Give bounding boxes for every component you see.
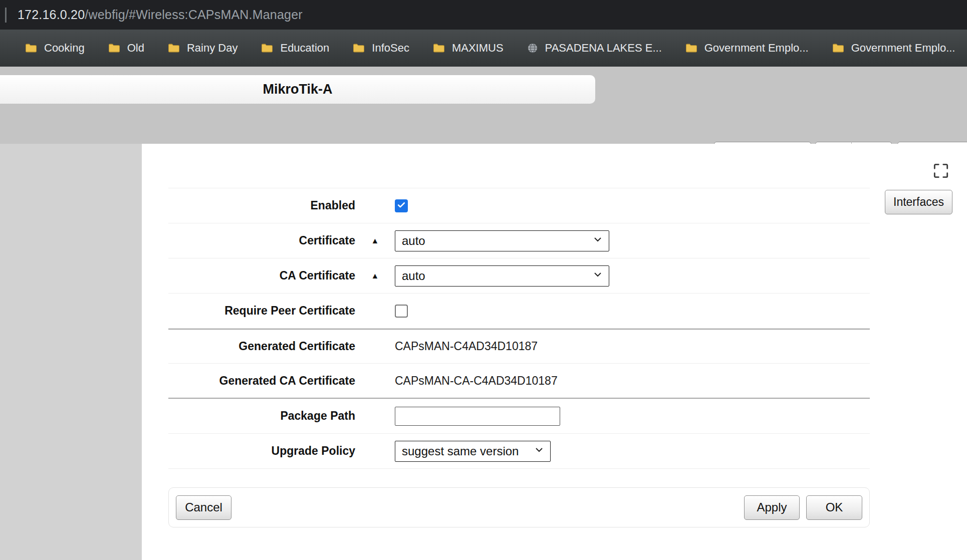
browser-topbar: 172.16.0.20/webfig/#Wireless:CAPsMAN.Man… <box>0 0 967 30</box>
ok-button[interactable]: OK <box>806 495 862 520</box>
cancel-button[interactable]: Cancel <box>176 495 231 520</box>
bookmark-item-rainy-day[interactable]: Rainy Day <box>156 42 249 55</box>
generated-certificate-label: Generated Certificate <box>168 340 355 353</box>
package-path-input[interactable] <box>395 407 560 426</box>
left-menu-column <box>0 144 142 560</box>
certificate-select[interactable]: auto <box>395 230 609 251</box>
enabled-label: Enabled <box>168 199 355 212</box>
address-path: /webfig/#Wireless:CAPsMAN.Manager <box>85 8 303 22</box>
address-host: 172.16.0.20 <box>18 8 85 22</box>
form-row-upgrade-policy: Upgrade Policy suggest same version <box>168 434 870 469</box>
bookmark-item-infosec[interactable]: InfoSec <box>341 42 421 55</box>
bookmarks-bar: Cooking Old Rainy Day Education InfoSec … <box>0 30 967 67</box>
capsman-manager-form: Enabled Certificate ▲ auto CA Certificat… <box>168 188 870 469</box>
folder-icon <box>108 43 121 54</box>
upgrade-policy-select-value: suggest same version <box>402 444 519 458</box>
form-row-generated-certificate: Generated Certificate CAPsMAN-C4AD34D101… <box>168 329 870 364</box>
chevron-down-icon <box>592 233 604 248</box>
bookmark-item-pasadena-lakes[interactable]: PASADENA LAKES E... <box>515 42 673 55</box>
bookmark-label: Rainy Day <box>187 42 237 55</box>
folder-icon <box>432 43 445 54</box>
bookmark-label: Education <box>280 42 329 55</box>
upgrade-policy-select[interactable]: suggest same version <box>395 441 551 462</box>
generated-ca-certificate-label: Generated CA Certificate <box>168 374 355 388</box>
form-row-package-path: Package Path <box>168 399 870 434</box>
bookmark-label: InfoSec <box>372 42 409 55</box>
interfaces-button[interactable]: Interfaces <box>885 190 952 214</box>
folder-icon <box>25 43 38 54</box>
certificate-label: Certificate <box>168 234 355 247</box>
form-action-bar: Cancel Apply OK <box>168 487 870 527</box>
address-bar[interactable]: 172.16.0.20/webfig/#Wireless:CAPsMAN.Man… <box>18 8 303 22</box>
router-identity-title: MikroTik-A <box>0 75 595 104</box>
form-row-require-peer-certificate: Require Peer Certificate <box>168 294 870 329</box>
cancel-label: Cancel <box>185 500 222 514</box>
ca-certificate-select-value: auto <box>402 269 425 283</box>
globe-icon <box>527 42 539 54</box>
ok-label: OK <box>826 500 843 514</box>
ca-certificate-label: CA Certificate <box>168 269 355 283</box>
form-row-certificate: Certificate ▲ auto <box>168 223 870 258</box>
generated-certificate-value: CAPsMAN-C4AD34D10187 <box>395 340 538 353</box>
bookmark-label: Government Emplo... <box>851 42 955 55</box>
apply-button[interactable]: Apply <box>744 495 800 520</box>
interfaces-label: Interfaces <box>893 195 944 209</box>
bookmark-label: MAXIMUS <box>452 42 504 55</box>
generated-ca-certificate-value: CAPsMAN-CA-C4AD34D10187 <box>395 374 558 388</box>
folder-icon <box>167 43 180 54</box>
webfig-content: Interfaces Enabled Certificate ▲ auto CA… <box>0 144 967 560</box>
enabled-checkbox[interactable] <box>395 199 408 212</box>
checkmark-icon <box>396 200 406 212</box>
upgrade-policy-label: Upgrade Policy <box>168 444 355 458</box>
chevron-down-icon <box>592 268 604 284</box>
bookmark-item-cooking[interactable]: Cooking <box>13 42 96 55</box>
chevron-down-icon <box>533 444 545 459</box>
bookmark-item-government-2[interactable]: Government Emplo... <box>820 42 967 55</box>
ca-certificate-select[interactable]: auto <box>395 265 609 287</box>
folder-icon <box>685 43 698 54</box>
webfig-header: MikroTik-A Tx:0 bps Rx:0 bps ☂ Safe Mode… <box>0 67 967 144</box>
require-peer-certificate-checkbox[interactable] <box>395 305 408 318</box>
package-path-label: Package Path <box>168 409 355 423</box>
collapse-triangle-icon[interactable]: ▲ <box>371 236 379 245</box>
collapse-triangle-icon[interactable]: ▲ <box>371 271 379 281</box>
bookmark-label: PASADENA LAKES E... <box>545 42 662 55</box>
tab-edge-divider <box>5 8 7 23</box>
require-peer-certificate-label: Require Peer Certificate <box>168 304 355 318</box>
bookmark-label: Government Emplo... <box>704 42 809 55</box>
apply-label: Apply <box>757 500 787 514</box>
form-row-enabled: Enabled <box>168 188 870 223</box>
fullscreen-icon[interactable] <box>930 160 952 182</box>
bookmark-label: Cooking <box>44 42 85 55</box>
bookmark-item-old[interactable]: Old <box>96 42 156 55</box>
bookmark-label: Old <box>127 42 144 55</box>
bookmark-item-education[interactable]: Education <box>249 42 341 55</box>
form-row-ca-certificate: CA Certificate ▲ auto <box>168 258 870 294</box>
folder-icon <box>832 43 845 54</box>
form-row-generated-ca-certificate: Generated CA Certificate CAPsMAN-CA-C4AD… <box>168 364 870 399</box>
bookmark-item-government-1[interactable]: Government Emplo... <box>673 42 820 55</box>
folder-icon <box>261 43 274 54</box>
bookmark-item-maximus[interactable]: MAXIMUS <box>421 42 515 55</box>
folder-icon <box>352 43 365 54</box>
certificate-select-value: auto <box>402 234 425 248</box>
